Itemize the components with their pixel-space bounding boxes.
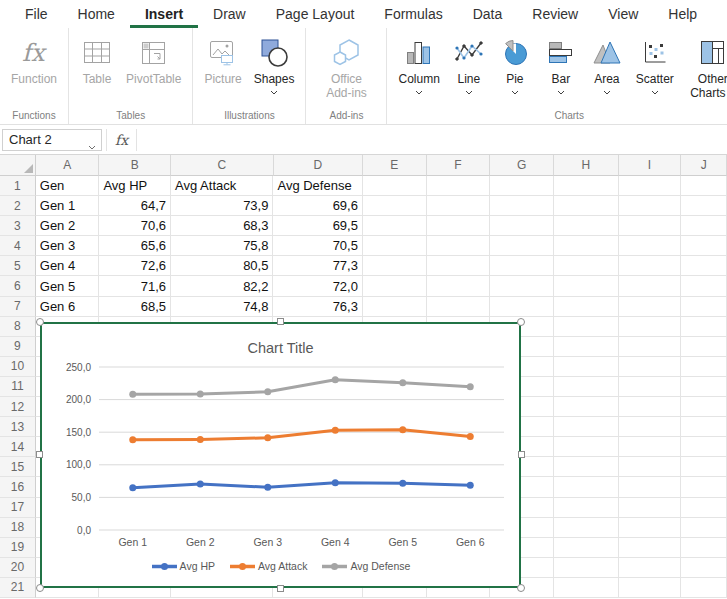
cell-C5[interactable]: 80,5 — [171, 256, 273, 276]
data-point-marker[interactable] — [467, 433, 474, 440]
data-point-marker[interactable] — [467, 383, 474, 390]
row-header-19[interactable]: 19 — [0, 538, 36, 558]
cell-I14[interactable] — [619, 437, 682, 457]
tab-file[interactable]: File — [10, 0, 63, 28]
cell-E6[interactable] — [363, 276, 427, 296]
cell-A7[interactable]: Gen 6 — [36, 297, 100, 317]
tab-view[interactable]: View — [593, 0, 653, 28]
tab-data[interactable]: Data — [458, 0, 518, 28]
column-header-i[interactable]: I — [619, 155, 682, 176]
chart-resize-handle-top-right[interactable] — [517, 318, 525, 326]
data-point-marker[interactable] — [129, 436, 136, 443]
cell-H6[interactable] — [554, 276, 619, 296]
data-point-marker[interactable] — [129, 391, 136, 398]
series-line-avg-defense[interactable] — [133, 380, 471, 394]
cell-J15[interactable] — [681, 457, 727, 477]
data-point-marker[interactable] — [332, 376, 339, 383]
row-header-2[interactable]: 2 — [0, 196, 36, 216]
column-header-j[interactable]: J — [681, 155, 727, 176]
cell-C1[interactable]: Avg Attack — [171, 176, 273, 196]
data-point-marker[interactable] — [264, 484, 271, 491]
cell-I13[interactable] — [619, 417, 682, 437]
series-line-avg-hp[interactable] — [133, 483, 471, 488]
cell-H11[interactable] — [554, 377, 619, 397]
cell-I20[interactable] — [619, 558, 682, 578]
cell-H19[interactable] — [554, 538, 619, 558]
cell-J10[interactable] — [681, 357, 727, 377]
cell-J8[interactable] — [681, 317, 727, 337]
data-point-marker[interactable] — [399, 379, 406, 386]
cell-I12[interactable] — [619, 397, 682, 417]
cell-D1[interactable]: Avg Defense — [273, 176, 363, 196]
cell-B4[interactable]: 65,6 — [99, 236, 171, 256]
other-charts-button[interactable]: Other Charts — [681, 32, 727, 102]
cell-J6[interactable] — [681, 276, 727, 296]
row-header-3[interactable]: 3 — [0, 216, 36, 236]
cell-H15[interactable] — [554, 457, 619, 477]
cell-H4[interactable] — [554, 236, 619, 256]
pivot-table-button[interactable]: PivotTable — [121, 32, 186, 88]
cell-F3[interactable] — [427, 216, 491, 236]
cell-I4[interactable] — [619, 236, 682, 256]
bar-chart-button[interactable]: Bar — [539, 32, 583, 100]
cell-I9[interactable] — [619, 337, 682, 357]
data-point-marker[interactable] — [399, 480, 406, 487]
cell-H9[interactable] — [554, 337, 619, 357]
chart-resize-handle-top-left[interactable] — [36, 318, 44, 326]
cell-C7[interactable]: 74,8 — [171, 297, 273, 317]
cell-G7[interactable] — [490, 297, 554, 317]
cell-H16[interactable] — [554, 477, 619, 497]
cell-B5[interactable]: 72,6 — [99, 256, 171, 276]
cell-I5[interactable] — [619, 256, 682, 276]
cell-I19[interactable] — [619, 538, 682, 558]
cell-G6[interactable] — [490, 276, 554, 296]
chart-resize-handle-top[interactable] — [277, 318, 284, 325]
cell-H2[interactable] — [554, 196, 619, 216]
cell-H1[interactable] — [554, 176, 619, 196]
cell-I7[interactable] — [619, 297, 682, 317]
cell-J17[interactable] — [681, 498, 727, 518]
data-point-marker[interactable] — [129, 484, 136, 491]
cell-J13[interactable] — [681, 417, 727, 437]
cell-J12[interactable] — [681, 397, 727, 417]
cell-A3[interactable]: Gen 2 — [36, 216, 100, 236]
column-header-d[interactable]: D — [274, 155, 364, 176]
cell-H7[interactable] — [554, 297, 619, 317]
cell-G4[interactable] — [490, 236, 554, 256]
cell-B6[interactable]: 71,6 — [99, 276, 171, 296]
cell-J2[interactable] — [681, 196, 727, 216]
column-chart-button[interactable]: Column — [393, 32, 444, 100]
cell-E4[interactable] — [363, 236, 427, 256]
cell-A5[interactable]: Gen 4 — [36, 256, 100, 276]
cell-G5[interactable] — [490, 256, 554, 276]
cell-G3[interactable] — [490, 216, 554, 236]
cell-H5[interactable] — [554, 256, 619, 276]
row-header-1[interactable]: 1 — [0, 176, 36, 196]
cell-I1[interactable] — [619, 176, 682, 196]
chart-title[interactable]: Chart Title — [247, 340, 313, 356]
cell-I11[interactable] — [619, 377, 682, 397]
cell-A4[interactable]: Gen 3 — [36, 236, 100, 256]
pie-chart-button[interactable]: Pie — [493, 32, 537, 100]
cell-H18[interactable] — [554, 518, 619, 538]
cell-J16[interactable] — [681, 477, 727, 497]
cell-J21[interactable] — [681, 578, 727, 598]
cell-H14[interactable] — [554, 437, 619, 457]
cell-I21[interactable] — [619, 578, 682, 598]
table-button[interactable]: Table — [75, 32, 119, 88]
cell-I15[interactable] — [619, 457, 682, 477]
select-all-corner[interactable] — [0, 155, 36, 176]
cell-E2[interactable] — [363, 196, 427, 216]
cell-H20[interactable] — [554, 558, 619, 578]
cell-H17[interactable] — [554, 498, 619, 518]
cell-I16[interactable] — [619, 477, 682, 497]
row-header-9[interactable]: 9 — [0, 337, 36, 357]
tab-draw[interactable]: Draw — [198, 0, 261, 28]
row-header-16[interactable]: 16 — [0, 477, 36, 497]
row-header-10[interactable]: 10 — [0, 357, 36, 377]
line-chart-button[interactable]: Line — [447, 32, 491, 100]
column-header-b[interactable]: B — [99, 155, 171, 176]
tab-help[interactable]: Help — [653, 0, 712, 28]
cell-E1[interactable] — [363, 176, 427, 196]
cell-B2[interactable]: 64,7 — [99, 196, 171, 216]
